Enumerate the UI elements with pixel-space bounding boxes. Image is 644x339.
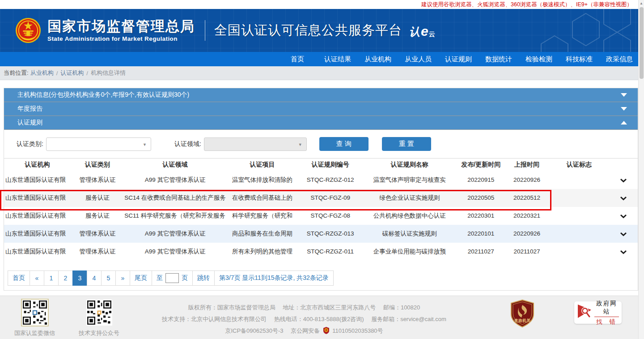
gov-site-error-report-badge[interactable]: 政府网站 找 错 — [574, 301, 622, 324]
table-row[interactable]: 山东世通国际认证有限 管理体系认证 A99 其它管理体系认证 所有未列明的其他管… — [4, 243, 638, 261]
nav-item-cert-results[interactable]: 认证结果 — [318, 52, 358, 66]
reset-button[interactable]: 重 置 — [382, 137, 431, 151]
cell-cert-category: 服务认证 — [71, 189, 124, 207]
cell-cert-field: A99 其它管理体系认证 — [124, 171, 226, 189]
cell-cert-field: A99 其它管理体系认证 — [124, 225, 226, 243]
pager-jump-button[interactable]: 跳转 — [192, 270, 215, 286]
pager-jump-box: 至 页 — [152, 270, 193, 286]
row-expand-chevron[interactable] — [609, 207, 638, 225]
table-row[interactable]: 山东世通国际认证有限 管理体系认证 A99 其它管理体系认证 商品和服务在生命周… — [4, 225, 638, 243]
agency-title-block: 国家市场监督管理总局 State Administration for Mark… — [47, 19, 195, 42]
footer-icp: 京ICP备09062530号-3 — [225, 327, 283, 334]
cell-rule-name: 温室气体声明审定与核查实 — [362, 171, 458, 189]
table-row[interactable]: 山东世通国际认证有限 管理体系认证 A99 其它管理体系认证 温室气体排放和清除… — [4, 171, 638, 189]
pagination: 首页 « 1 2 3 4 5 » 尾页 至 页 跳转 第3/7页 显示11到15… — [8, 270, 334, 286]
qr-code-cnca-wechat: 国家认监委微信 — [14, 300, 55, 337]
qr-caption: 技术支持公众号 — [79, 329, 119, 337]
nav-item-institutions[interactable]: 从业机构 — [358, 52, 398, 66]
cell-report-date: 20220926 — [504, 171, 549, 189]
table-row-highlighted[interactable]: 山东世通国际认证有限 服务认证 SC14 在收费或合同基础上的生产服务 在收费或… — [4, 189, 638, 207]
qr-code-tech-support: 技术支持公众号 — [79, 300, 119, 337]
cert-category-select[interactable]: ▼ — [46, 137, 151, 151]
pager-page-3-active[interactable]: 3 — [72, 270, 87, 286]
svg-text:党政机关: 党政机关 — [514, 318, 531, 323]
page-jump-input[interactable] — [165, 273, 179, 283]
logo-yun: 云 — [429, 31, 435, 37]
pager-page-label: 页 — [182, 274, 188, 282]
magnifier-flag-icon — [577, 304, 592, 322]
cell-cert-project: 温室气体排放和清除的 — [226, 171, 299, 189]
nav-item-home[interactable]: 首页 — [277, 52, 318, 66]
nav-item-statistics[interactable]: 数据统计 — [479, 52, 519, 66]
nav-item-cert-rules[interactable]: 认证规则 — [438, 52, 479, 66]
scroll-up-arrow[interactable]: ▲ — [639, 0, 644, 7]
nav-item-personnel[interactable]: 从业人员 — [398, 52, 438, 66]
search-button[interactable]: 查 询 — [319, 137, 369, 151]
browser-notice-bar: 建议使用谷歌浏览器、火狐浏览器、360浏览器（极速模式）、IE9+（非兼容性视图… — [0, 0, 644, 9]
cert-rules-panel: 认证类别: ▼ 认证领域: ▼ 查 询 重 置 认证机构 认证类别 — [4, 130, 638, 290]
accordion-main-org-info[interactable]: 主机构信息(分包境外机构业务0个,年报9个,有效认证规则30个) — [4, 88, 638, 102]
cell-cert-mark — [549, 171, 610, 189]
col-header-report-date: 上报时间 — [504, 159, 549, 171]
qr-caption: 国家认监委微信 — [14, 329, 55, 337]
cert-field-select[interactable]: ▼ — [204, 137, 307, 151]
hex-pattern-decoration — [474, 9, 644, 52]
breadcrumb-link-institutions[interactable]: 从业机构 — [30, 69, 54, 77]
cell-publish-date: 20211027 — [457, 243, 504, 261]
cell-cert-field: SC11 科学研究服务（研究和开发服务； — [124, 207, 226, 225]
agency-name-cn: 国家市场监督管理总局 — [47, 19, 195, 34]
breadcrumb-prefix: 当前位置: — [4, 69, 29, 77]
accordion-title: 认证规则 — [17, 119, 621, 127]
filter-row: 认证类别: ▼ 认证领域: ▼ 查 询 重 置 — [4, 137, 638, 151]
pager-page-5[interactable]: 5 — [101, 270, 116, 286]
table-header-row: 认证机构 认证类别 认证领域 认证项目 认证规则编号 认证规则名称 发布/更新时… — [4, 159, 638, 171]
table-row[interactable]: 山东世通国际认证有限 服务认证 SC11 科学研究服务（研究和开发服务； 科学研… — [4, 207, 638, 225]
pager-page-1[interactable]: 1 — [44, 270, 59, 286]
pager-page-2[interactable]: 2 — [58, 270, 73, 286]
nav-item-inspection[interactable]: 检验检测 — [519, 52, 559, 66]
pager-first[interactable]: 首页 — [8, 270, 30, 286]
cell-report-date: 20220926 — [504, 225, 549, 243]
cell-rule-name: 企事业单位用能与碳排放预 — [362, 243, 458, 261]
row-expand-chevron[interactable] — [609, 171, 638, 189]
logo-ren: 认 — [409, 26, 420, 37]
row-expand-chevron[interactable] — [609, 225, 638, 243]
breadcrumb-separator: / — [56, 70, 58, 77]
pager-last[interactable]: 尾页 — [130, 270, 152, 286]
cell-cert-body: 山东世通国际认证有限 — [4, 243, 71, 261]
accordion-annual-report[interactable]: 年度报告 — [4, 102, 638, 116]
row-expand-chevron[interactable] — [609, 243, 638, 261]
cell-cert-category: 管理体系认证 — [71, 225, 124, 243]
pager-page-4[interactable]: 4 — [87, 270, 102, 286]
nav-item-procurement[interactable]: 政采信息 — [599, 52, 640, 66]
nav-item-tech-standards[interactable]: 科技标准 — [559, 52, 599, 66]
party-gov-shield-badge[interactable]: 党政机关 — [510, 300, 535, 329]
cell-rule-number: STQC-FGZ-09 — [299, 189, 362, 207]
cell-cert-field: SC14 在收费或合同基础上的生产服务 — [124, 189, 226, 207]
footer-gongan-number: 11010502035380号 — [332, 327, 383, 334]
find-error-label: 找 错 — [596, 317, 619, 326]
cell-cert-body: 山东世通国际认证有限 — [4, 225, 71, 243]
main-nav: 首页 认证结果 从业机构 从业人员 认证规则 数据统计 检验检测 科技标准 政采… — [0, 52, 644, 66]
row-expand-chevron[interactable] — [609, 189, 638, 207]
cell-rule-name: 绿色企业认证实施规则 — [362, 189, 458, 207]
footer-beian-line: 京ICP备09062530号-3 京公网安备 11010502035380号 — [148, 325, 461, 337]
scrollbar-thumb[interactable] — [640, 7, 644, 79]
qr-image — [86, 300, 112, 326]
cell-rule-number: STQC-RZGZ-011 — [299, 243, 362, 261]
cell-publish-date: 20220301 — [457, 207, 504, 225]
pager-info: 第3/7页 显示11到15条记录, 共32条记录 — [214, 270, 334, 286]
cell-cert-category: 管理体系认证 — [71, 171, 124, 189]
cell-cert-field: A99 其它管理体系认证 — [124, 243, 226, 261]
select-arrow-icon: ▼ — [298, 142, 302, 147]
cell-report-date: 20211027 — [504, 243, 549, 261]
breadcrumb-link-cert-bodies[interactable]: 认证机构 — [60, 69, 84, 77]
accordion-cert-rules[interactable]: 认证规则 — [4, 116, 638, 130]
scrollbar[interactable]: ▲ — [638, 0, 644, 339]
footer-gongan-prefix: 京公网安备 — [291, 327, 320, 334]
pager-prev[interactable]: « — [30, 270, 44, 286]
cell-publish-date: 20220101 — [457, 225, 504, 243]
pager-next[interactable]: » — [115, 270, 130, 286]
cell-cert-category: 服务认证 — [71, 207, 124, 225]
cell-cert-project: 科学研究服务（研究和 — [226, 207, 299, 225]
